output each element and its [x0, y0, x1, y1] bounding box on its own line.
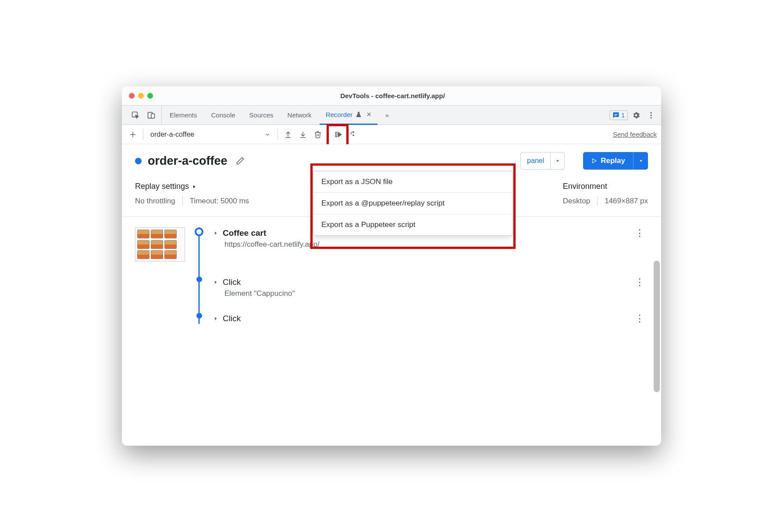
timeout-value: Timeout: 5000 ms — [190, 197, 249, 206]
tab-network[interactable]: Network — [281, 106, 318, 124]
step-title: Coffee cart — [223, 228, 266, 238]
timeline — [194, 277, 204, 282]
titlebar: DevTools - coffee-cart.netlify.app/ — [122, 86, 661, 106]
divider — [597, 196, 598, 206]
recording-name: order-a-coffee — [148, 154, 228, 168]
issues-count: 1 — [621, 112, 625, 119]
replay-settings-toggle[interactable]: Replay settings — [135, 182, 249, 191]
caret-right-icon[interactable] — [213, 316, 218, 321]
caret-right-icon — [192, 184, 197, 189]
environment-device: Desktop — [563, 197, 590, 206]
send-feedback-link[interactable]: Send feedback — [613, 131, 657, 138]
device-toolbar-icon[interactable] — [145, 109, 158, 122]
close-tab-icon[interactable]: × — [367, 110, 371, 119]
replay-settings-title: Replay settings — [135, 182, 189, 191]
step-over-icon[interactable] — [332, 128, 345, 141]
environment-title: Environment — [563, 182, 648, 191]
chat-icon — [612, 112, 619, 119]
svg-marker-15 — [338, 132, 342, 137]
svg-point-5 — [650, 112, 651, 113]
divider — [182, 196, 183, 206]
kebab-menu-icon[interactable] — [644, 109, 658, 122]
tab-console[interactable]: Console — [205, 106, 242, 124]
delete-icon[interactable] — [311, 128, 324, 141]
step-row: Click ⋮ Element "Cappucino" — [135, 277, 648, 298]
replay-speed-icon[interactable] — [347, 128, 360, 141]
export-icon[interactable] — [296, 128, 310, 141]
tab-recorder[interactable]: Recorder × — [320, 106, 377, 125]
timeline-node-icon — [196, 277, 202, 282]
step-kebab-icon[interactable]: ⋮ — [631, 313, 648, 324]
svg-point-16 — [353, 135, 354, 135]
throttling-value: No throttling — [135, 197, 175, 206]
svg-rect-14 — [335, 132, 337, 137]
scrollbar[interactable] — [654, 173, 660, 446]
step-kebab-icon[interactable]: ⋮ — [631, 277, 648, 288]
recording-indicator-icon — [135, 158, 142, 164]
svg-marker-18 — [593, 159, 596, 163]
replay-label: Replay — [601, 156, 625, 165]
inspect-element-icon[interactable] — [129, 109, 142, 122]
svg-rect-2 — [151, 113, 155, 118]
timeline — [194, 313, 204, 319]
timeline — [194, 227, 204, 236]
window-title: DevTools - coffee-cart.netlify.app/ — [131, 92, 654, 99]
svg-marker-20 — [193, 185, 196, 188]
environment-viewport: 1469×887 px — [605, 197, 648, 206]
divider — [143, 129, 143, 140]
issues-badge[interactable]: 1 — [609, 110, 628, 120]
tab-sources[interactable]: Sources — [243, 106, 280, 124]
edit-name-icon[interactable] — [234, 154, 247, 167]
step-kebab-icon[interactable]: ⋮ — [631, 227, 648, 239]
svg-marker-23 — [215, 317, 217, 320]
performance-panel-dropdown[interactable] — [550, 153, 564, 169]
play-icon — [591, 158, 597, 164]
scrollbar-thumb[interactable] — [654, 261, 660, 392]
devtools-window: DevTools - coffee-cart.netlify.app/ Elem… — [122, 86, 661, 446]
step-row: Click ⋮ — [135, 313, 648, 324]
steps-list: Coffee cart ⋮ https://coffee-cart.netlif… — [122, 217, 661, 350]
recorder-content: order-a-coffee panel Replay — [122, 144, 661, 446]
svg-rect-4 — [615, 115, 617, 116]
svg-marker-19 — [640, 160, 642, 162]
tabs-overflow[interactable]: » — [379, 106, 395, 124]
svg-marker-17 — [556, 160, 559, 162]
svg-marker-21 — [215, 232, 217, 235]
recorder-toolbar: order-a-coffee Send feedback — [122, 125, 661, 144]
performance-panel-label: panel — [527, 157, 544, 165]
step-title: Click — [223, 314, 241, 323]
step-subtitle: https://coffee-cart.netlify.app/ — [224, 240, 648, 249]
add-recording-icon[interactable] — [126, 128, 139, 141]
step-thumbnail — [135, 227, 185, 262]
timeline-node-open-icon — [195, 227, 203, 236]
recording-selector-value: order-a-coffee — [150, 131, 194, 138]
export-json-item[interactable]: Export as a JSON file — [313, 171, 513, 193]
chevron-down-icon — [264, 131, 270, 138]
step-title: Click — [223, 277, 241, 287]
caret-right-icon[interactable] — [213, 280, 218, 285]
recording-selector[interactable]: order-a-coffee — [147, 129, 274, 140]
divider — [278, 129, 278, 140]
tab-elements[interactable]: Elements — [164, 106, 203, 124]
replay-button[interactable]: Replay — [583, 152, 648, 170]
step-subtitle: Element "Cappucino" — [224, 289, 648, 298]
timeline-node-icon — [196, 313, 202, 319]
tab-recorder-label: Recorder — [326, 111, 353, 118]
svg-point-6 — [650, 114, 651, 116]
svg-marker-22 — [215, 281, 217, 284]
export-menu: Export as a JSON file Export as a @puppe… — [313, 171, 513, 236]
settings-gear-icon[interactable] — [630, 109, 643, 122]
devtools-tabbar: Elements Console Sources Network Recorde… — [122, 106, 661, 125]
replay-settings-section: Replay settings No throttling Timeout: 5… — [135, 182, 249, 206]
divider — [328, 129, 328, 140]
caret-right-icon[interactable] — [213, 231, 218, 236]
export-puppeteer-replay-item[interactable]: Export as a @puppeteer/replay script — [313, 193, 513, 214]
import-icon[interactable] — [281, 128, 295, 141]
svg-rect-3 — [615, 114, 618, 114]
flask-icon — [355, 111, 362, 118]
export-puppeteer-item[interactable]: Export as a Puppeteer script — [313, 214, 513, 235]
performance-panel-button[interactable]: panel — [520, 152, 565, 170]
environment-section: Environment Desktop 1469×887 px — [563, 182, 648, 206]
replay-dropdown[interactable] — [633, 152, 648, 170]
svg-point-7 — [650, 117, 651, 118]
